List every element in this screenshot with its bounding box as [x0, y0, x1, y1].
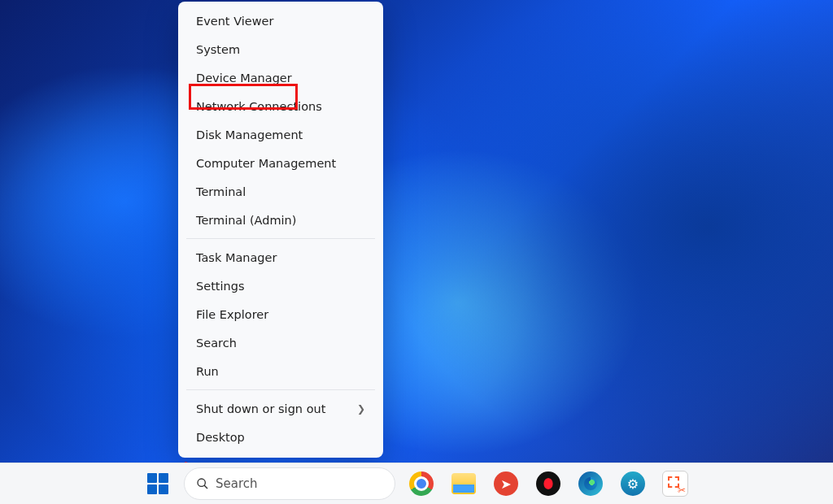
chevron-right-icon: ❯ — [357, 403, 365, 415]
taskbar-app-settings[interactable]: ⚙ — [617, 467, 649, 500]
file-explorer-icon — [451, 473, 476, 494]
menu-item-label: Computer Management — [196, 157, 336, 170]
menu-separator — [186, 389, 375, 390]
svg-point-2 — [198, 479, 205, 486]
settings-gear-icon: ⚙ — [621, 471, 645, 496]
menu-item-computer-management[interactable]: Computer Management — [181, 149, 380, 177]
taskbar-app-opera[interactable] — [532, 467, 565, 500]
menu-item-label: System — [196, 43, 240, 56]
menu-item-label: File Explorer — [196, 308, 268, 321]
menu-item-label: Terminal — [196, 185, 246, 198]
menu-item-label: Shut down or sign out — [196, 402, 325, 415]
taskbar-app-file-explorer[interactable] — [447, 467, 480, 500]
menu-item-label: Desktop — [196, 431, 245, 444]
taskbar-app-snipping-tool[interactable] — [659, 467, 691, 500]
svg-line-3 — [204, 485, 207, 489]
taskbar: Search ➤ ⚙ — [0, 463, 833, 504]
chrome-icon — [409, 471, 434, 496]
menu-group: Shut down or sign out ❯ Desktop — [178, 393, 383, 453]
menu-item-shut-down-or-sign-out[interactable]: Shut down or sign out ❯ — [181, 394, 380, 423]
menu-item-settings[interactable]: Settings — [181, 272, 380, 300]
menu-group: Task Manager Settings File Explorer Sear… — [178, 241, 383, 387]
menu-item-network-connections[interactable]: Network Connections — [181, 92, 380, 120]
menu-item-label: Network Connections — [196, 100, 322, 113]
winx-context-menu: Event Viewer System Device Manager Netwo… — [178, 2, 383, 458]
edge-icon — [578, 471, 603, 496]
taskbar-search[interactable]: Search — [184, 467, 395, 500]
menu-item-terminal-admin[interactable]: Terminal (Admin) — [181, 206, 380, 234]
menu-item-run[interactable]: Run — [181, 357, 380, 385]
menu-item-disk-management[interactable]: Disk Management — [181, 120, 380, 149]
menu-item-label: Disk Management — [196, 128, 303, 141]
start-button[interactable] — [142, 467, 174, 500]
menu-item-task-manager[interactable]: Task Manager — [181, 243, 380, 272]
menu-item-system[interactable]: System — [181, 35, 380, 63]
menu-item-desktop[interactable]: Desktop — [181, 423, 380, 451]
menu-item-label: Settings — [196, 280, 244, 293]
taskbar-app-todoist[interactable]: ➤ — [490, 467, 522, 500]
menu-item-search[interactable]: Search — [181, 328, 380, 357]
menu-item-label: Event Viewer — [196, 15, 273, 28]
taskbar-app-edge[interactable] — [574, 467, 607, 500]
windows-logo-icon — [147, 473, 168, 494]
menu-group: Event Viewer System Device Manager Netwo… — [178, 5, 383, 236]
snipping-tool-icon — [662, 471, 688, 497]
menu-item-file-explorer[interactable]: File Explorer — [181, 300, 380, 328]
search-icon — [196, 477, 209, 490]
menu-item-label: Task Manager — [196, 251, 277, 264]
search-placeholder: Search — [216, 476, 258, 491]
menu-item-label: Terminal (Admin) — [196, 214, 296, 227]
menu-item-label: Run — [196, 365, 219, 378]
menu-item-label: Search — [196, 337, 237, 350]
desktop-wallpaper — [0, 0, 833, 504]
taskbar-app-chrome[interactable] — [405, 467, 438, 500]
menu-separator — [186, 238, 375, 239]
menu-item-event-viewer[interactable]: Event Viewer — [181, 7, 380, 35]
menu-item-terminal[interactable]: Terminal — [181, 177, 380, 206]
menu-item-device-manager[interactable]: Device Manager — [181, 63, 380, 92]
menu-item-label: Device Manager — [196, 72, 292, 85]
todoist-icon: ➤ — [494, 471, 518, 496]
opera-icon — [536, 471, 560, 496]
